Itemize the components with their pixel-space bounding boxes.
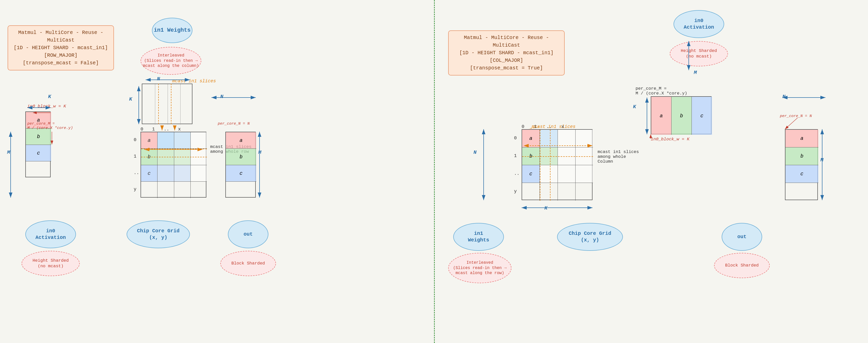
left-interleaved: Interleaved(Slices read-in then →mcast a… — [141, 47, 201, 75]
left-block-sharded: Block Sharded — [220, 251, 276, 276]
left-in0-activation: in0Activation — [25, 220, 76, 248]
right-in0-block-w: in0_block_w = K — [651, 137, 689, 142]
left-chip-core-grid: Chip Core Grid(x, y) — [127, 220, 190, 248]
right-in0-activation-top: in0Activation — [674, 10, 724, 38]
right-title-box: Matmul - MultiCore - Reuse - MultiCast [… — [448, 30, 565, 76]
right-m-label-right: M — [820, 157, 824, 163]
right-k-label-top: K — [633, 104, 636, 110]
left-m-label-right: M — [258, 149, 261, 155]
right-m-label-top: M — [694, 70, 697, 76]
right-block-sharded: Block Sharded — [714, 253, 770, 278]
left-height-sharded: Height Sharded(no mcast) — [22, 251, 80, 276]
left-title-box: Matmul - MultiCore - Reuse - MultiCast [… — [8, 25, 114, 70]
diagram-container: Matmul - MultiCore - Reuse - MultiCast [… — [0, 0, 868, 343]
right-per-core-n: per_core_N = N — [780, 114, 812, 118]
left-n-label-top: N — [157, 76, 160, 82]
left-in0-block-w: in0_block_w = K — [27, 104, 66, 109]
left-mcast-label-top: mcast in1 slices — [172, 79, 216, 84]
right-out: out — [722, 223, 762, 251]
diagram-divider — [434, 0, 435, 343]
left-k-label: K — [129, 96, 132, 102]
left-per-core-n: per_core_N = N — [218, 122, 250, 126]
left-per-core-m: per_core_M =M / (core.X *core.y) — [27, 122, 73, 130]
left-k-label2: K — [48, 94, 51, 99]
right-height-sharded-top: Height Sharded(no mcast) — [670, 41, 728, 66]
right-in1-weights-bottom: in1Weights — [453, 223, 504, 251]
right-chip-core-grid: Chip Core Grid(x, y) — [557, 223, 623, 251]
left-in1-weights: in1 Weights — [152, 18, 192, 43]
right-per-core-m: per_core_M =M / (core.X *core.y) — [636, 86, 687, 96]
left-m-label: M — [7, 149, 10, 155]
left-n-label-right: N — [220, 94, 223, 99]
left-out: out — [228, 220, 269, 248]
svg-line-26 — [785, 118, 798, 129]
right-interleaved-bottom: Interleaved(Slices read-in then →mcast a… — [448, 253, 512, 283]
right-mcast-col-label: mcast in1 slicesamong wholeColumn — [597, 149, 639, 164]
right-n-label-top-right: N — [782, 94, 785, 99]
right-k-label-bottom: K — [545, 205, 548, 211]
right-n-label-left: N — [473, 149, 476, 155]
